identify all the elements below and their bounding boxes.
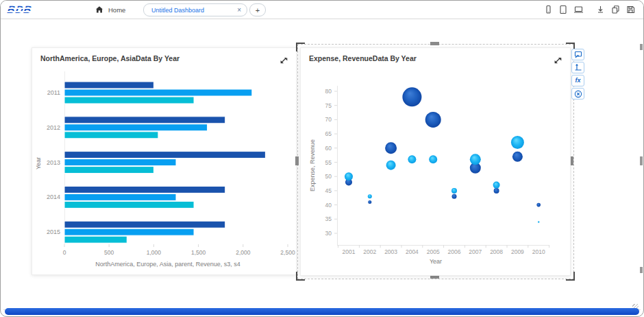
svg-text:Expense, Revenue: Expense, Revenue: [309, 139, 316, 191]
svg-text:45: 45: [325, 187, 332, 194]
home-nav[interactable]: Home: [95, 1, 125, 19]
axes-settings-button[interactable]: [571, 62, 584, 73]
resize-handle-left[interactable]: [295, 156, 299, 165]
svg-text:2012: 2012: [47, 124, 60, 131]
bubble-chart-svg: 3035404550556065707580200120022003200420…: [301, 66, 570, 275]
svg-text:NorthAmerica, Europe, Asia, pa: NorthAmerica, Europe, Asia, parent, Reve…: [95, 261, 240, 268]
app-window: BDB Home Untitled Dashboard × +: [0, 0, 644, 317]
svg-text:70: 70: [325, 116, 332, 123]
svg-text:1,500: 1,500: [191, 249, 206, 256]
svg-text:2006: 2006: [448, 248, 461, 255]
save-icon[interactable]: [623, 3, 638, 16]
tablet-preview-icon[interactable]: [556, 3, 571, 16]
svg-text:2013: 2013: [47, 159, 60, 166]
top-bar: BDB Home Untitled Dashboard × +: [1, 1, 643, 19]
remove-widget-button[interactable]: [571, 88, 584, 99]
svg-text:75: 75: [325, 102, 332, 109]
svg-text:30: 30: [325, 230, 332, 237]
svg-text:60: 60: [325, 145, 332, 152]
topbar-actions: [541, 1, 638, 19]
svg-text:2010: 2010: [532, 248, 545, 255]
canvas-edge-guide: [640, 44, 643, 50]
logo-slit: [5, 11, 38, 12]
bar-chart-svg: 05001,0001,5002,0002,5002011201220132014…: [32, 66, 296, 274]
svg-text:2003: 2003: [384, 248, 397, 255]
svg-text:55: 55: [325, 159, 332, 166]
bar-chart-widget[interactable]: NorthAmerica, Europe, AsiaData By Year 0…: [32, 47, 297, 275]
expand-icon[interactable]: [280, 56, 288, 64]
canvas-edge-guide: [640, 156, 643, 165]
edit-chart-button[interactable]: [571, 49, 584, 60]
svg-text:0: 0: [63, 249, 66, 256]
horizontal-scrollbar[interactable]: [5, 308, 639, 315]
svg-text:Year: Year: [35, 157, 42, 169]
svg-text:1,000: 1,000: [147, 249, 162, 256]
resize-handle-top[interactable]: [430, 42, 439, 45]
bubble-chart-title: Expense, RevenueData By Year: [309, 54, 417, 62]
formula-button[interactable]: fx: [571, 75, 584, 86]
svg-text:2015: 2015: [47, 228, 60, 235]
logo-slit: [6, 8, 39, 9]
svg-text:2007: 2007: [469, 248, 482, 255]
svg-text:2,500: 2,500: [280, 249, 295, 256]
home-icon: [95, 5, 103, 14]
svg-text:2002: 2002: [363, 248, 376, 255]
svg-text:500: 500: [104, 249, 114, 256]
svg-text:40: 40: [325, 202, 332, 209]
svg-text:2001: 2001: [343, 248, 356, 255]
bdb-logo-text: BDB: [7, 3, 33, 15]
svg-text:Year: Year: [430, 258, 442, 265]
add-tab-button[interactable]: +: [249, 3, 266, 16]
svg-text:2008: 2008: [490, 248, 503, 255]
svg-text:2,000: 2,000: [236, 249, 251, 256]
svg-text:50: 50: [325, 173, 332, 180]
widget-toolbar: fx: [571, 49, 584, 99]
svg-text:2004: 2004: [406, 248, 419, 255]
svg-text:35: 35: [325, 215, 332, 222]
svg-text:2014: 2014: [47, 193, 60, 200]
formula-icon: fx: [575, 78, 580, 84]
duplicate-icon[interactable]: [608, 3, 623, 16]
close-tab-icon[interactable]: ×: [232, 4, 247, 16]
home-label: Home: [108, 6, 125, 14]
expand-icon[interactable]: [554, 56, 562, 64]
svg-text:80: 80: [325, 88, 332, 95]
bdb-logo[interactable]: BDB: [6, 3, 40, 16]
mobile-preview-icon[interactable]: [541, 3, 556, 16]
dashboard-tab[interactable]: Untitled Dashboard ×: [143, 3, 247, 16]
svg-text:2011: 2011: [47, 89, 60, 96]
bar-chart-title: NorthAmerica, Europe, AsiaData By Year: [40, 54, 179, 62]
export-icon[interactable]: [593, 3, 608, 16]
svg-text:2005: 2005: [427, 248, 440, 255]
svg-text:2009: 2009: [511, 248, 524, 255]
dashboard-tab-title: Untitled Dashboard: [144, 7, 232, 14]
desktop-preview-icon[interactable]: [571, 3, 586, 16]
bubble-chart-widget[interactable]: Expense, RevenueData By Year 30354045505…: [300, 47, 571, 276]
svg-text:65: 65: [325, 130, 332, 137]
canvas-edge-guide: [640, 267, 643, 273]
